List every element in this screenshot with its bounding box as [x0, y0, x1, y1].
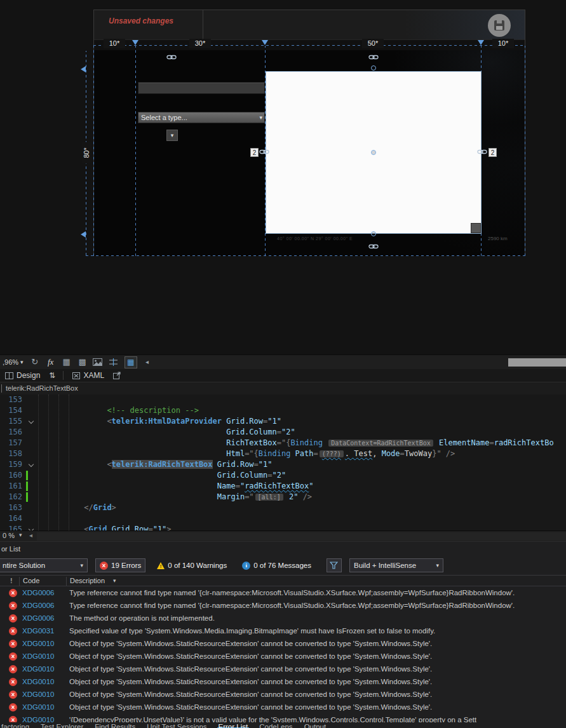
resize-grip[interactable]	[471, 223, 481, 233]
error-code[interactable]: XDG0010	[22, 652, 62, 660]
error-row[interactable]: ×XDG0010Object of type 'System.Windows.S…	[0, 637, 566, 650]
error-code[interactable]: XDG0010	[22, 665, 62, 673]
scope-dropdown[interactable]: ntire Solution ▾	[0, 558, 88, 572]
code-line[interactable]: 159 <telerik:RadRichTextBox Grid.Row="1"	[0, 459, 566, 470]
error-code[interactable]: XDG0010	[22, 703, 62, 711]
error-row[interactable]: ×XDG0010Object of type 'System.Windows.S…	[0, 650, 566, 663]
design-combobox[interactable]: Select a type... ▾	[138, 112, 265, 123]
panel-tab-output[interactable]: Output	[303, 722, 328, 728]
anchor-icon[interactable]	[477, 148, 487, 156]
error-row[interactable]: ×XDG0010Object of type 'System.Windows.S…	[0, 688, 566, 701]
margin-badge[interactable]: 2	[489, 148, 497, 157]
error-code[interactable]: XDG0010	[22, 691, 62, 698]
popout-icon[interactable]	[113, 372, 121, 379]
code-text[interactable]: RichTextBox="{Binding DataContext=RadRic…	[36, 438, 554, 448]
code-text[interactable]: <!-- description -->	[36, 405, 199, 416]
grid-column-line-2[interactable]	[135, 46, 136, 256]
source-dropdown[interactable]: Build + IntelliSense ▾	[349, 558, 443, 572]
sort-arrow-icon[interactable]: ▾	[113, 577, 116, 584]
column-marker-icon[interactable]	[132, 40, 138, 45]
anchor-icon[interactable]	[368, 243, 379, 250]
tab-xaml[interactable]: XAML	[67, 369, 109, 382]
show-grid-icon[interactable]: ▦	[61, 356, 72, 368]
filter-button[interactable]	[327, 558, 342, 572]
chevron-down-icon[interactable]: ▾	[19, 532, 22, 538]
error-row[interactable]: ×XDG0010'{DependencyProperty.UnsetValue}…	[0, 713, 566, 722]
code-line[interactable]: 155 <telerik:HtmlDataProvider Grid.Row="…	[0, 416, 566, 427]
tab-design[interactable]: Design	[0, 369, 45, 382]
column-marker-icon[interactable]	[262, 40, 268, 45]
designer-horizontal-scrollbar[interactable]	[508, 358, 566, 367]
column-size-label[interactable]: 50*	[362, 39, 384, 48]
resize-handle[interactable]	[371, 65, 376, 71]
snap-to-snaplines-button[interactable]: ▦	[125, 356, 137, 368]
scroll-left-icon[interactable]: ◂	[29, 532, 32, 539]
code-text[interactable]: <telerik:RadRichTextBox Grid.Row="1"	[36, 459, 273, 470]
collapse-left-icon[interactable]: ◂	[142, 356, 153, 368]
code-line[interactable]: 153	[0, 394, 566, 405]
collapse-chevron-icon[interactable]	[29, 524, 36, 530]
panel-tab-unit-test-sessions[interactable]: Unit Test Sessions	[145, 722, 208, 728]
column-size-label[interactable]: 10*	[492, 39, 514, 48]
snaplines-icon[interactable]	[109, 358, 120, 366]
artboard-background-icon[interactable]	[93, 358, 104, 366]
code-text[interactable]: Grid.Column="2"	[36, 470, 286, 481]
column-size-label[interactable]: 30*	[189, 39, 211, 48]
column-separator[interactable]	[66, 577, 67, 586]
error-code[interactable]: XDG0006	[22, 614, 62, 622]
refresh-icon[interactable]: ↻	[29, 356, 41, 368]
code-text[interactable]: Name="radRichTextBox"	[36, 481, 314, 492]
save-button[interactable]	[488, 14, 511, 37]
xaml-designer-canvas[interactable]: Unsaved changes 10* 30* 50* 10* 80*	[0, 0, 566, 354]
error-row[interactable]: ×XDG0006Type reference cannot find type …	[0, 586, 566, 599]
error-code[interactable]: XDG0006	[22, 602, 62, 609]
error-row[interactable]: ×XDG0006Type reference cannot find type …	[0, 599, 566, 612]
code-text[interactable]: <telerik:HtmlDataProvider Grid.Row="1"	[36, 416, 281, 427]
row-marker-icon[interactable]	[81, 66, 86, 72]
panel-tab-test-explorer[interactable]: Test Explorer	[39, 722, 84, 728]
code-line[interactable]: 158 Html="{Binding Path=(???). Test, Mod…	[0, 448, 566, 459]
swap-panes-icon[interactable]: ⇅	[45, 371, 59, 380]
column-size-label[interactable]: 10*	[104, 39, 125, 48]
design-dropdown-button[interactable]: ▾	[166, 130, 178, 141]
margin-badge[interactable]: 2	[250, 148, 259, 157]
warnings-filter-button[interactable]: 0 of 140 Warnings	[153, 558, 231, 572]
code-text[interactable]: <Grid Grid.Row="1">	[36, 524, 172, 530]
code-text[interactable]: Html="{Binding Path=(???). Test, Mode=Tw…	[36, 448, 455, 459]
snap-grid-icon[interactable]: ▩	[77, 356, 88, 368]
error-row[interactable]: ×XDG0010Object of type 'System.Windows.S…	[0, 663, 566, 675]
anchor-icon[interactable]	[368, 53, 379, 61]
error-row[interactable]: ×XDG0010Object of type 'System.Windows.S…	[0, 701, 566, 713]
anchor-icon[interactable]	[166, 53, 177, 61]
collapse-chevron-icon[interactable]	[29, 459, 36, 470]
errors-filter-button[interactable]: × 19 Errors	[95, 558, 145, 572]
error-code[interactable]: XDG0031	[22, 627, 62, 635]
description-column-header[interactable]: Description	[70, 577, 105, 584]
row-size-label[interactable]: 80*	[82, 142, 91, 164]
panel-tab-error-list[interactable]: Error List	[217, 722, 250, 728]
editor-horizontal-scrollbar[interactable]	[37, 532, 566, 541]
anchor-icon[interactable]	[259, 148, 269, 156]
collapse-chevron-icon[interactable]	[29, 416, 36, 427]
code-column-header[interactable]: Code	[23, 577, 39, 584]
error-row[interactable]: ×XDG0006The method or operation is not i…	[0, 612, 566, 624]
code-line[interactable]: 164	[0, 513, 566, 524]
zoom-combo[interactable]: ,96% ▾	[1, 357, 25, 367]
design-textbox[interactable]	[138, 82, 265, 94]
code-line[interactable]: 162 Margin="[all:] 2" />	[0, 492, 566, 502]
code-text[interactable]: Margin="[all:] 2" />	[36, 492, 312, 502]
panel-tab-codelens[interactable]: CodeLens	[258, 722, 293, 728]
error-code[interactable]: XDG0010	[22, 640, 62, 647]
breadcrumb-element[interactable]: telerik:RadRichTextBox	[6, 382, 78, 394]
code-line[interactable]: 157 RichTextBox="{Binding DataContext=Ra…	[0, 438, 566, 448]
column-separator[interactable]	[19, 577, 20, 586]
resize-handle[interactable]	[371, 150, 376, 155]
resize-handle[interactable]	[371, 231, 376, 236]
xaml-code-editor[interactable]: 153154 <!-- description -->155 <telerik:…	[0, 394, 566, 530]
code-line[interactable]: 161 Name="radRichTextBox"	[0, 481, 566, 492]
row-marker-icon[interactable]	[81, 231, 86, 238]
error-code[interactable]: XDG0010	[22, 678, 62, 685]
error-row[interactable]: ×XDG0010Object of type 'System.Windows.S…	[0, 675, 566, 688]
severity-column-header[interactable]: !	[10, 577, 13, 584]
code-line[interactable]: 163 </Grid>	[0, 502, 566, 513]
